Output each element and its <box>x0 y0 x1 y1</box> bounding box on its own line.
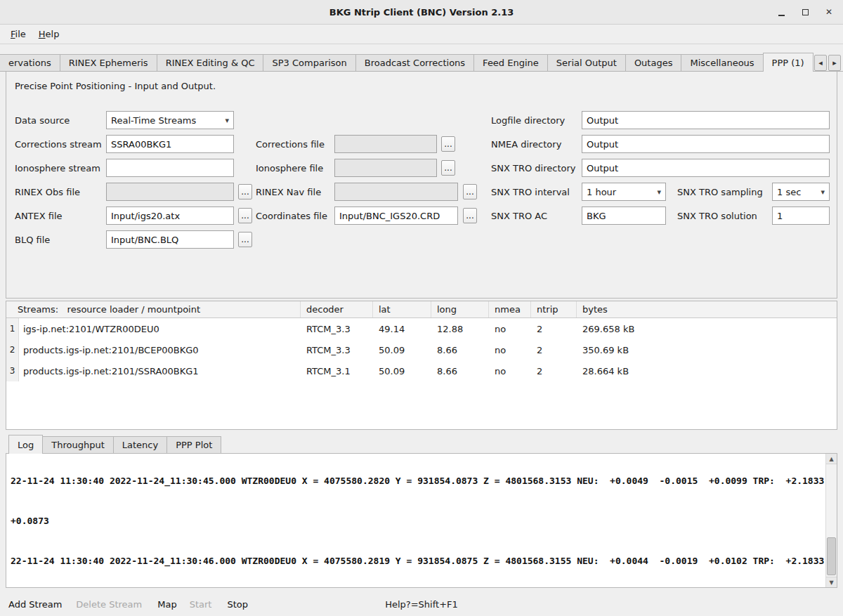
bottom-bar: Add Stream Delete Stream Map Start Stop … <box>0 593 843 616</box>
cell-bytes: 28.664 kB <box>577 360 837 381</box>
tab-rinex-editing-qc[interactable]: RINEX Editing & QC <box>157 54 264 71</box>
tab-scroll-left-button[interactable]: ◂ <box>814 55 827 71</box>
rinex-nav-file-input <box>334 183 458 201</box>
log-tab-bar: Log Throughput Latency PPP Plot <box>6 434 221 453</box>
cell-decoder: RTCM_3.3 <box>301 318 373 339</box>
cell-ntrip: 2 <box>531 318 577 339</box>
cell-bytes: 350.69 kB <box>577 339 837 360</box>
chevron-down-icon: ▾ <box>225 116 229 125</box>
maximize-button[interactable] <box>798 5 812 19</box>
corrections-file-label: Corrections file <box>256 135 325 153</box>
tab-outages[interactable]: Outages <box>625 54 682 71</box>
tab-ppp[interactable]: PPP (1) <box>763 53 813 72</box>
cell-lat: 50.09 <box>373 360 431 381</box>
streams-table: Streams: resource loader / mountpoint de… <box>6 301 837 430</box>
coordinates-file-input[interactable] <box>334 207 458 225</box>
snx-tro-ac-label: SNX TRO AC <box>491 207 547 225</box>
snx-tro-ac-input[interactable] <box>582 207 666 225</box>
row-number: 1 <box>6 318 19 339</box>
ppp-panel: Precise Point Positioning - Input and Ou… <box>6 72 837 299</box>
logfile-directory-input[interactable] <box>582 111 830 129</box>
window-controls: ✕ <box>774 0 836 24</box>
tab-log[interactable]: Log <box>8 435 43 454</box>
log-text[interactable]: 22-11-24 11:30:40 2022-11-24_11:30:45.00… <box>6 454 825 587</box>
minimize-button[interactable] <box>774 5 788 19</box>
scrollbar-thumb[interactable] <box>827 537 836 575</box>
corrections-stream-label: Corrections stream <box>15 135 102 153</box>
cell-nmea: no <box>489 318 531 339</box>
corrections-file-input <box>334 135 437 153</box>
cell-mountpoint: products.igs-ip.net:2101/BCEP00BKG0 <box>19 339 301 360</box>
rinex-nav-file-browse-button[interactable]: ... <box>463 184 477 199</box>
tab-serial-output[interactable]: Serial Output <box>547 54 626 71</box>
col-header-ntrip: ntrip <box>531 301 577 317</box>
table-row[interactable]: 2 products.igs-ip.net:2101/BCEP00BKG0 RT… <box>6 339 837 360</box>
cell-lat: 49.14 <box>373 318 431 339</box>
nmea-directory-input[interactable] <box>582 135 830 153</box>
cell-mountpoint: igs-ip.net:2101/WTZR00DEU0 <box>19 318 301 339</box>
antex-file-input[interactable] <box>106 207 234 225</box>
menu-bar: File Help <box>0 25 843 44</box>
snx-tro-solution-label: SNX TRO solution <box>677 207 757 225</box>
col-header-nmea: nmea <box>489 301 531 317</box>
tab-feed-engine[interactable]: Feed Engine <box>473 54 548 71</box>
data-source-value: Real-Time Streams <box>111 115 222 126</box>
stop-button[interactable]: Stop <box>221 596 254 612</box>
snx-tro-directory-label: SNX TRO directory <box>491 159 576 177</box>
antex-file-browse-button[interactable]: ... <box>238 208 252 223</box>
tab-sp3-comparison[interactable]: SP3 Comparison <box>263 54 355 71</box>
snx-tro-solution-input[interactable] <box>772 207 830 225</box>
blq-file-browse-button[interactable]: ... <box>238 232 252 247</box>
table-row[interactable]: 3 products.igs-ip.net:2101/SSRA00BKG1 RT… <box>6 360 837 381</box>
cell-nmea: no <box>489 339 531 360</box>
cell-long: 12.88 <box>431 318 489 339</box>
snx-tro-directory-input[interactable] <box>582 159 830 177</box>
cell-lat: 50.09 <box>373 339 431 360</box>
snx-tro-sampling-select[interactable]: 1 sec ▾ <box>772 183 830 201</box>
row-number: 2 <box>6 339 19 360</box>
help-hint: Help?=Shift+F1 <box>385 599 458 610</box>
scroll-down-button[interactable]: ▼ <box>826 577 837 587</box>
data-source-label: Data source <box>15 111 70 129</box>
scroll-down-icon: ▼ <box>829 579 833 586</box>
ionosphere-file-browse-button[interactable]: ... <box>441 160 455 176</box>
close-icon: ✕ <box>825 8 832 16</box>
map-button[interactable]: Map <box>152 596 182 612</box>
corrections-file-browse-button[interactable]: ... <box>441 136 455 152</box>
tab-scroll-right-button[interactable]: ▸ <box>828 55 841 71</box>
log-scrollbar[interactable]: ▲ ▼ <box>825 454 837 587</box>
tab-ppp-plot[interactable]: PPP Plot <box>166 436 221 453</box>
bnc-window: BKG Ntrip Client (BNC) Version 2.13 ✕ Fi… <box>0 0 843 616</box>
col-header-lat: lat <box>373 301 431 317</box>
rinex-obs-file-browse-button[interactable]: ... <box>238 184 252 199</box>
blq-file-input[interactable] <box>106 230 234 249</box>
corrections-stream-input[interactable] <box>106 135 234 153</box>
snx-tro-interval-select[interactable]: 1 hour ▾ <box>582 183 666 201</box>
streams-table-header: Streams: resource loader / mountpoint de… <box>6 301 837 318</box>
coordinates-file-browse-button[interactable]: ... <box>463 208 477 223</box>
col-header-bytes: bytes <box>577 301 837 317</box>
tab-observations[interactable]: ervations <box>0 54 60 71</box>
table-row[interactable]: 1 igs-ip.net:2101/WTZR00DEU0 RTCM_3.3 49… <box>6 318 837 339</box>
logfile-directory-label: Logfile directory <box>491 111 565 129</box>
tab-miscellaneous[interactable]: Miscellaneous <box>681 54 763 71</box>
col-header-long: long <box>431 301 489 317</box>
tab-rinex-ephemeris[interactable]: RINEX Ephemeris <box>60 54 157 71</box>
antex-file-label: ANTEX file <box>15 207 63 225</box>
tab-throughput[interactable]: Throughput <box>42 436 114 453</box>
snx-tro-sampling-value: 1 sec <box>777 187 818 197</box>
chevron-right-icon: ▸ <box>832 58 837 67</box>
blq-file-label: BLQ file <box>15 230 50 249</box>
chevron-down-icon: ▾ <box>821 188 825 197</box>
scroll-up-button[interactable]: ▲ <box>826 454 837 464</box>
menu-file[interactable]: File <box>4 27 32 41</box>
data-source-select[interactable]: Real-Time Streams ▾ <box>106 111 234 129</box>
tab-latency[interactable]: Latency <box>113 436 167 453</box>
tab-broadcast-corrections[interactable]: Broadcast Corrections <box>355 54 474 71</box>
ionosphere-file-input <box>334 159 437 177</box>
ionosphere-stream-input[interactable] <box>106 159 234 177</box>
menu-help[interactable]: Help <box>32 27 66 41</box>
panel-description: Precise Point Positioning - Input and Ou… <box>15 81 216 91</box>
close-button[interactable]: ✕ <box>822 5 836 19</box>
add-stream-button[interactable]: Add Stream <box>3 596 67 612</box>
